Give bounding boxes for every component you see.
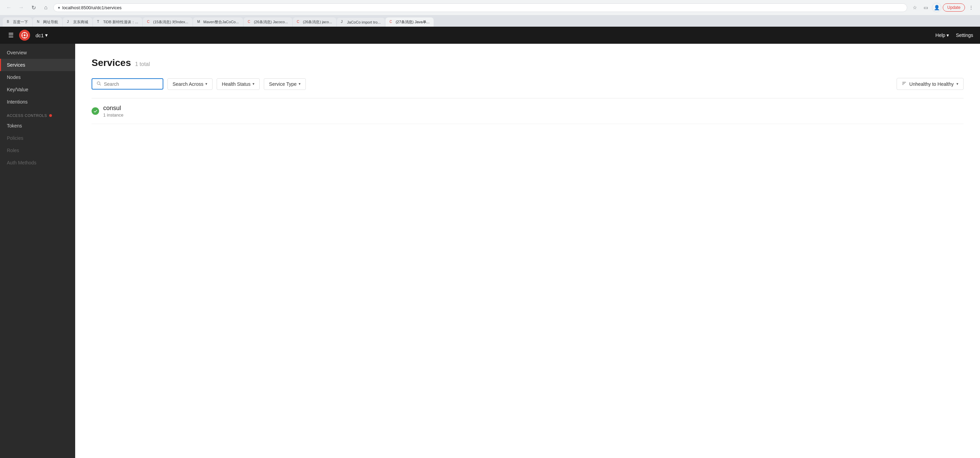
browser-actions: ☆ ▭ 👤 Update ⋮ xyxy=(910,3,976,12)
datacenter-label: dc1 xyxy=(35,32,44,38)
service-type-chevron-icon: ▾ xyxy=(299,82,301,86)
browser-toolbar: ← → ↻ ⌂ ● localhost:8500/ui/dc1/services… xyxy=(0,0,980,15)
page-header: Services 1 total xyxy=(92,57,964,68)
sidebar-spacer xyxy=(0,169,75,458)
chrome-menu-button[interactable]: ⋮ xyxy=(966,3,976,12)
help-chevron-icon: ▾ xyxy=(947,32,949,38)
service-name[interactable]: consul xyxy=(103,105,123,112)
sort-label: Unhealthy to Healthy xyxy=(909,81,954,87)
search-across-label: Search Across xyxy=(173,81,203,87)
tab-jd[interactable]: J 京东商城 xyxy=(63,17,92,27)
sidebar-item-tokens[interactable]: Tokens xyxy=(0,119,75,132)
svg-point-1 xyxy=(24,35,25,36)
main-content: Services 1 total Search Across ▾ Health … xyxy=(75,44,980,458)
tab-label-jacoco: JaCoCo import tro... xyxy=(347,20,381,24)
tab-favicon-jacoco: J xyxy=(341,20,346,25)
sidebar-item-keyvalue[interactable]: Key/Value xyxy=(0,83,75,96)
svg-line-7 xyxy=(100,84,101,86)
filters-bar: Search Across ▾ Health Status ▾ Service … xyxy=(92,78,964,90)
tab-26msg1[interactable]: C (26条消息) Jacoco... xyxy=(243,17,292,27)
logo-container xyxy=(19,30,30,41)
forward-button[interactable]: → xyxy=(16,3,26,12)
sidebar-item-overview[interactable]: Overview xyxy=(0,46,75,59)
consul-logo xyxy=(19,30,30,41)
sidebar-item-label-auth-methods: Auth Methods xyxy=(7,160,36,165)
sidebar-item-label-nodes: Nodes xyxy=(7,75,21,80)
search-input-wrapper[interactable] xyxy=(92,78,163,89)
datacenter-chevron: ▾ xyxy=(45,32,48,38)
settings-button[interactable]: Settings xyxy=(956,32,973,38)
settings-label: Settings xyxy=(956,32,973,38)
tab-tidb[interactable]: T TiDB 新特性漫谈：... xyxy=(93,17,142,27)
tab-15msg[interactable]: C (15条消息) 对Index... xyxy=(143,17,192,27)
service-type-label: Service Type xyxy=(269,81,297,87)
tab-favicon-26msg2: C xyxy=(297,20,302,25)
tab-nav[interactable]: N 网址导航 xyxy=(33,17,62,27)
profile-button[interactable]: 👤 xyxy=(932,3,942,12)
help-button[interactable]: Help ▾ xyxy=(935,32,949,38)
sidebar-item-intentions[interactable]: Intentions xyxy=(0,96,75,108)
back-button[interactable]: ← xyxy=(4,3,14,12)
sidebar-item-label-roles: Roles xyxy=(7,148,19,153)
sidebar-item-label-keyvalue: Key/Value xyxy=(7,87,29,92)
home-button[interactable]: ⌂ xyxy=(41,3,51,12)
tab-label-jd: 京东商城 xyxy=(73,19,88,25)
tab-favicon-jd: J xyxy=(67,20,72,25)
health-status-label: Health Status xyxy=(222,81,250,87)
tab-java[interactable]: C (27条消息) Java单... xyxy=(385,17,434,27)
search-across-chevron-icon: ▾ xyxy=(205,82,207,86)
sidebar-item-label-overview: Overview xyxy=(7,50,27,56)
reload-button[interactable]: ↻ xyxy=(29,3,38,12)
page-title: Services xyxy=(92,57,131,68)
tab-baidu[interactable]: B 百度一下 xyxy=(3,17,32,27)
access-controls-section: ACCESS CONTROLS xyxy=(0,108,75,119)
sort-dropdown[interactable]: Unhealthy to Healthy ▾ xyxy=(897,78,964,90)
tab-favicon-nav: N xyxy=(37,20,42,25)
tab-label-baidu: 百度一下 xyxy=(13,19,28,25)
tab-label-maven: Maven整合JaCoCo... xyxy=(203,19,239,25)
tab-favicon-baidu: B xyxy=(7,20,12,25)
service-info: consul 1 instance xyxy=(103,105,123,118)
tab-label-tidb: TiDB 新特性漫谈：... xyxy=(103,19,138,25)
sidebar: Overview Services Nodes Key/Value Intent… xyxy=(0,44,75,458)
sort-chevron-icon: ▾ xyxy=(956,82,958,86)
help-label: Help xyxy=(935,32,945,38)
sidebar-item-nodes[interactable]: Nodes xyxy=(0,71,75,83)
sort-icon xyxy=(902,81,907,87)
search-input[interactable] xyxy=(104,81,159,87)
tab-maven[interactable]: M Maven整合JaCoCo... xyxy=(193,17,243,27)
sidebar-item-policies[interactable]: Policies xyxy=(0,132,75,144)
tab-search-button[interactable]: ▭ xyxy=(921,3,931,12)
lock-icon: ● xyxy=(58,5,60,10)
sidebar-item-label-services: Services xyxy=(7,62,25,68)
service-item-consul[interactable]: consul 1 instance xyxy=(92,99,964,124)
sidebar-item-roles[interactable]: Roles xyxy=(0,144,75,157)
tab-label-15msg: (15条消息) 对Index... xyxy=(153,19,188,25)
tab-favicon-15msg: C xyxy=(147,20,152,25)
datacenter-selector[interactable]: dc1 ▾ xyxy=(35,32,48,38)
access-controls-label: ACCESS CONTROLS xyxy=(7,113,47,118)
sidebar-item-auth-methods[interactable]: Auth Methods xyxy=(0,157,75,169)
hamburger-button[interactable]: ☰ xyxy=(7,30,15,40)
bookmark-button[interactable]: ☆ xyxy=(910,3,920,12)
hamburger-icon: ☰ xyxy=(8,32,14,39)
tab-jacoco[interactable]: J JaCoCo import tro... xyxy=(337,18,385,27)
update-button[interactable]: Update xyxy=(943,3,965,12)
sidebar-item-label-intentions: Intentions xyxy=(7,99,28,105)
top-navbar: ☰ dc1 ▾ Help ▾ Settings xyxy=(0,27,980,44)
address-bar[interactable]: ● localhost:8500/ui/dc1/services xyxy=(53,3,907,12)
browser-chrome: ← → ↻ ⌂ ● localhost:8500/ui/dc1/services… xyxy=(0,0,980,27)
sidebar-item-services[interactable]: Services xyxy=(0,59,75,71)
tab-26msg2[interactable]: C (26条消息) jaco... xyxy=(293,17,336,27)
tab-label-26msg1: (26条消息) Jacoco... xyxy=(254,19,288,25)
tab-favicon-tidb: T xyxy=(97,20,102,25)
page-subtitle: 1 total xyxy=(135,61,150,67)
sidebar-item-label-tokens: Tokens xyxy=(7,123,22,129)
tab-label-26msg2: (26条消息) jaco... xyxy=(303,19,332,25)
service-type-dropdown[interactable]: Service Type ▾ xyxy=(264,78,306,90)
tab-label-nav: 网址导航 xyxy=(43,19,58,25)
health-status-dropdown[interactable]: Health Status ▾ xyxy=(216,78,260,90)
service-instances: 1 instance xyxy=(103,113,123,118)
health-status-chevron-icon: ▾ xyxy=(253,82,255,86)
search-across-dropdown[interactable]: Search Across ▾ xyxy=(167,78,213,90)
